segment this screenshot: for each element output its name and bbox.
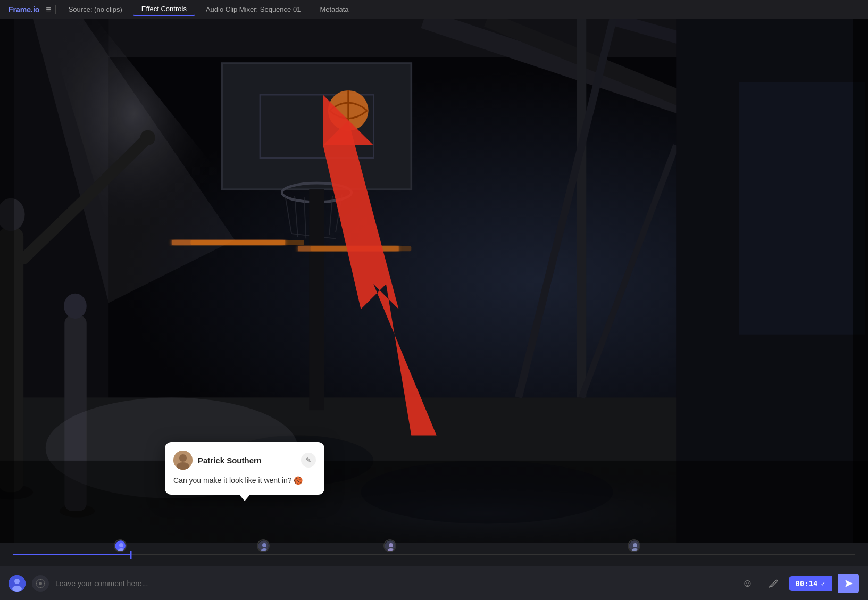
timecode-display: 00:14 ✓ bbox=[789, 576, 832, 591]
video-player: Patrick Southern ✎ Can you make it look … bbox=[0, 19, 868, 543]
timecode-value: 00:14 bbox=[795, 579, 817, 588]
svg-rect-24 bbox=[309, 189, 324, 410]
timeline-progress bbox=[13, 554, 131, 555]
comment-text: Can you make it look like it went in? 🏀 bbox=[173, 475, 316, 486]
video-scene bbox=[0, 19, 868, 543]
tab-effect-controls[interactable]: Effect Controls bbox=[133, 3, 195, 16]
svg-point-69 bbox=[39, 582, 42, 585]
commenter-name: Patrick Southern bbox=[198, 456, 262, 465]
tab-bar: Frame.io ≡ Source: (no clips) Effect Con… bbox=[0, 0, 868, 19]
timeline-marker-2[interactable] bbox=[257, 539, 270, 552]
draw-button[interactable] bbox=[763, 574, 782, 593]
comment-user: Patrick Southern bbox=[173, 451, 262, 470]
timecode-check-icon: ✓ bbox=[821, 579, 825, 588]
timeline-marker-1[interactable] bbox=[114, 539, 127, 552]
timeline-marker-3[interactable] bbox=[383, 539, 396, 552]
frameio-logo[interactable]: Frame.io bbox=[4, 5, 44, 14]
timeline-track[interactable] bbox=[13, 554, 855, 555]
svg-rect-30 bbox=[311, 246, 412, 251]
menu-icon[interactable]: ≡ bbox=[46, 5, 51, 14]
svg-rect-35 bbox=[739, 82, 865, 335]
comment-edit-button[interactable]: ✎ bbox=[301, 453, 316, 468]
logo-text: Frame.io bbox=[9, 5, 39, 14]
comment-input[interactable] bbox=[55, 579, 731, 588]
send-button[interactable] bbox=[838, 574, 859, 593]
bottom-section: ☺ 00:14 ✓ bbox=[0, 543, 868, 600]
comment-scope-button[interactable] bbox=[32, 575, 49, 592]
emoji-button[interactable]: ☺ bbox=[738, 574, 757, 593]
svg-point-60 bbox=[389, 543, 393, 547]
video-canvas: Patrick Southern ✎ Can you make it look … bbox=[0, 19, 868, 543]
svg-rect-13 bbox=[222, 63, 412, 189]
svg-point-39 bbox=[140, 130, 155, 145]
timeline-playhead bbox=[130, 551, 131, 559]
tab-metadata[interactable]: Metadata bbox=[311, 3, 357, 15]
timeline-strip[interactable] bbox=[0, 543, 868, 566]
svg-marker-74 bbox=[845, 580, 853, 587]
comment-popup: Patrick Southern ✎ Can you make it look … bbox=[165, 442, 324, 495]
tab-source[interactable]: Source: (no clips) bbox=[60, 3, 131, 15]
svg-point-67 bbox=[12, 586, 22, 592]
comment-header: Patrick Southern ✎ bbox=[173, 451, 316, 470]
svg-point-66 bbox=[14, 579, 20, 584]
svg-rect-28 bbox=[190, 240, 304, 245]
svg-point-63 bbox=[633, 543, 637, 547]
tab-divider bbox=[55, 5, 56, 14]
commenter-avatar bbox=[173, 451, 193, 470]
current-user-avatar bbox=[9, 575, 26, 592]
svg-point-42 bbox=[64, 294, 87, 319]
tab-audio-mixer[interactable]: Audio Clip Mixer: Sequence 01 bbox=[197, 3, 310, 15]
svg-point-51 bbox=[179, 454, 187, 462]
timeline-marker-4[interactable] bbox=[628, 539, 640, 552]
comment-bar: ☺ 00:14 ✓ bbox=[0, 566, 868, 600]
emoji-icon: ☺ bbox=[742, 577, 753, 589]
svg-point-57 bbox=[262, 543, 266, 547]
svg-rect-46 bbox=[0, 461, 868, 543]
svg-point-54 bbox=[119, 543, 123, 547]
